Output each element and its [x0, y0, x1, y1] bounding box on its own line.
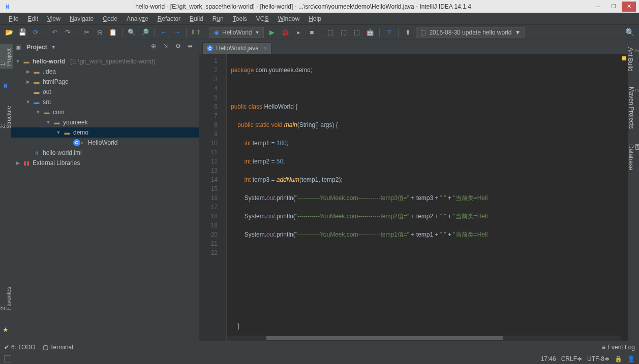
help-icon[interactable]: ?: [384, 27, 394, 38]
right-tool-gutter: 🐜Ant Build mMaven Projects 🗄Database: [628, 40, 639, 341]
forward-icon[interactable]: →: [172, 27, 182, 38]
fold-gutter[interactable]: [221, 54, 227, 341]
menu-code[interactable]: Code: [99, 14, 121, 23]
menu-edit[interactable]: Edit: [24, 14, 42, 23]
tab-structure[interactable]: 2: Structure: [0, 103, 13, 131]
save-icon[interactable]: 💾: [17, 27, 27, 38]
tool3-icon[interactable]: ⬚: [352, 27, 362, 38]
statusbar: 17:46 CRLF≑ UTF-8≑ 🔒 👤: [0, 353, 639, 364]
status-lock-icon[interactable]: 🔒: [615, 355, 622, 362]
hide-icon[interactable]: ⬌: [186, 43, 195, 52]
tab-terminal[interactable]: ▢Terminal: [43, 344, 73, 351]
chevron-down-icon[interactable]: ▼: [51, 45, 56, 50]
menu-window[interactable]: Window: [274, 14, 303, 23]
minimize-button[interactable]: ─: [591, 2, 605, 12]
horizontal-scrollbar[interactable]: [227, 336, 621, 341]
open-icon[interactable]: 📂: [4, 27, 14, 38]
status-line-ending[interactable]: CRLF≑: [561, 355, 582, 362]
close-tab-icon[interactable]: ×: [264, 45, 267, 51]
search-everywhere-icon[interactable]: 🔍: [625, 27, 635, 38]
vcs-dropdown[interactable]: ⬚ 2015-08-30 update hello world ▼: [416, 27, 525, 38]
tree-src[interactable]: ▼▬src: [11, 97, 199, 107]
gear-icon[interactable]: ⚙: [173, 43, 182, 52]
tree-external-libs[interactable]: ▶▮▮External Libraries: [11, 158, 199, 168]
vcs-up-icon[interactable]: ⬆: [403, 27, 413, 38]
maximize-button[interactable]: ☐: [606, 2, 621, 12]
menu-navigate[interactable]: Navigate: [66, 14, 97, 23]
collapse-icon[interactable]: ⇲: [161, 43, 170, 52]
tree-root[interactable]: ▼▬hello-world(E:\git_work_space\hello-wo…: [11, 56, 199, 67]
chevron-down-icon: ▼: [515, 29, 521, 36]
menu-tools[interactable]: Tools: [229, 14, 251, 23]
tree-helloworld-class[interactable]: C▸HelloWorld: [11, 138, 199, 148]
todo-icon: ✔: [4, 344, 9, 351]
android-icon[interactable]: 🤖: [365, 27, 375, 38]
line-gutter[interactable]: 12345678910111213141516171819202122: [199, 54, 221, 341]
menu-vcs[interactable]: VCS: [253, 14, 272, 23]
tree-idea[interactable]: ▶▬.idea: [11, 67, 199, 77]
redo-icon[interactable]: ↷: [63, 27, 73, 38]
editor: C HelloWorld.java × 12345678910111213141…: [199, 40, 628, 341]
editor-tab-label: HelloWorld.java: [216, 45, 259, 52]
stop-icon[interactable]: ■: [307, 27, 317, 38]
project-panel-header: ▣ Project ▼ ⊕ ⇲ ⚙ ⬌: [11, 40, 199, 54]
sync-icon[interactable]: ⟳: [31, 27, 41, 38]
titlebar: Ⳮ hello-world - [E:\git_work_space\hello…: [0, 0, 639, 13]
status-encoding[interactable]: UTF-8≑: [587, 355, 610, 362]
tool2-icon[interactable]: ⬚: [339, 27, 349, 38]
cut-icon[interactable]: ✂: [81, 27, 92, 38]
menu-refactor[interactable]: Refactor: [154, 14, 184, 23]
tree-demo[interactable]: ▼▬demo: [11, 127, 199, 138]
make-icon[interactable]: ⬇⬆: [191, 27, 201, 38]
tab-favorites[interactable]: 2: Favorites: [0, 284, 13, 313]
menu-file[interactable]: File: [5, 14, 22, 23]
window-title: hello-world - [E:\git_work_space\hello-w…: [15, 3, 591, 10]
menu-build[interactable]: Build: [186, 14, 207, 23]
toolbar: 📂 💾 ⟳ ↶ ↷ ✂ ⎘ 📋 🔍 🔎 ← → ⬇⬆ ◉ HelloWorld …: [0, 25, 639, 40]
find-icon[interactable]: 🔍: [127, 27, 137, 38]
tab-todo[interactable]: ✔6: TODO: [4, 344, 36, 351]
tab-database[interactable]: 🗄Database: [626, 141, 639, 173]
debug-icon[interactable]: 🐞: [280, 27, 290, 38]
tab-maven[interactable]: mMaven Projects: [627, 84, 639, 132]
paste-icon[interactable]: 📋: [108, 27, 118, 38]
menu-analyze[interactable]: Analyze: [123, 14, 152, 23]
back-icon[interactable]: ←: [159, 27, 169, 38]
tool1-icon[interactable]: ⬚: [325, 27, 336, 38]
class-icon: C: [73, 139, 80, 146]
tree-com[interactable]: ▼▬com: [11, 107, 199, 117]
editor-tab-helloworld[interactable]: C HelloWorld.java ×: [202, 42, 271, 54]
run-config-dropdown[interactable]: ◉ HelloWorld ▼: [209, 27, 264, 38]
vcs-label: 2015-08-30 update hello world: [429, 29, 511, 36]
code-content[interactable]: package com.youmeek.demo; public class H…: [227, 54, 628, 341]
run-icon[interactable]: ▶: [267, 27, 277, 38]
coverage-icon[interactable]: ▸: [293, 27, 303, 38]
locate-icon[interactable]: ⊕: [149, 43, 158, 52]
left-tool-gutter: 1: Project Ⳮ 2: Structure 2: Favorites ★: [0, 40, 11, 341]
project-tree[interactable]: ▼▬hello-world(E:\git_work_space\hello-wo…: [11, 54, 199, 341]
code-area[interactable]: 12345678910111213141516171819202122 pack…: [199, 54, 628, 341]
chevron-down-icon: ▼: [255, 30, 259, 35]
status-square-icon[interactable]: [4, 355, 11, 362]
tree-iml[interactable]: Ⳮhello-world.iml: [11, 148, 199, 158]
editor-tabbar: C HelloWorld.java ×: [199, 40, 628, 54]
menu-view[interactable]: View: [44, 14, 64, 23]
tree-youmeek[interactable]: ▼▬youmeek: [11, 117, 199, 127]
error-marker[interactable]: [622, 56, 626, 60]
status-inspect-icon[interactable]: 👤: [627, 355, 635, 362]
replace-icon[interactable]: 🔎: [140, 27, 150, 38]
tab-project[interactable]: 1: Project: [0, 44, 13, 69]
tree-out[interactable]: ▬out: [11, 87, 199, 97]
project-panel: ▣ Project ▼ ⊕ ⇲ ⚙ ⬌ ▼▬hello-world(E:\git…: [11, 40, 199, 341]
menu-help[interactable]: Help: [305, 14, 325, 23]
class-icon: C: [207, 45, 213, 51]
menu-run[interactable]: Run: [209, 14, 227, 23]
terminal-icon: ▢: [43, 344, 48, 351]
event-log[interactable]: ≡Event Log: [602, 344, 635, 351]
undo-icon[interactable]: ↶: [49, 27, 59, 38]
project-view-icon: ▣: [15, 43, 23, 51]
tree-htmlpage[interactable]: ▶▬htmlPage: [11, 77, 199, 87]
copy-icon[interactable]: ⎘: [95, 27, 105, 38]
close-button[interactable]: ✕: [622, 2, 636, 12]
project-panel-title: Project: [26, 44, 47, 51]
